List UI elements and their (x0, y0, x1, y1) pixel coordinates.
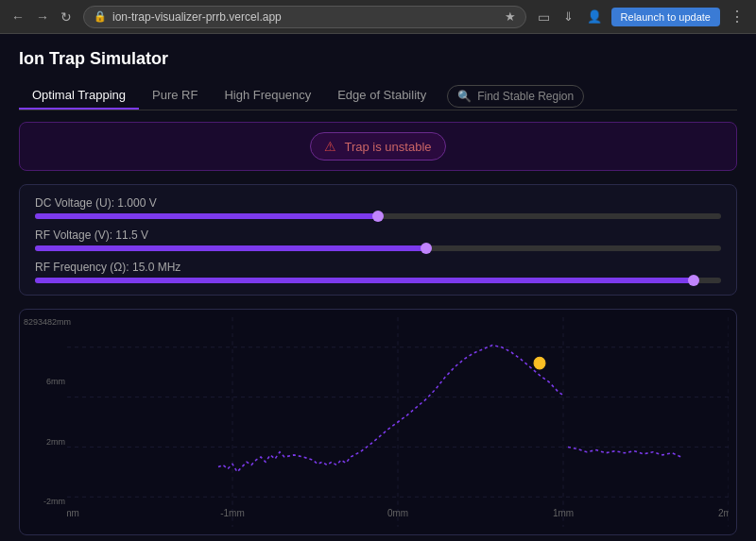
search-icon: 🔍 (457, 90, 472, 103)
dc-voltage-fill (35, 213, 378, 219)
chart-svg: -1mm 0mm 1mm 2mm -2mm (67, 317, 729, 527)
status-badge: ⚠ Trap is unstable (310, 132, 445, 161)
download-button[interactable]: ⇓ (559, 8, 577, 25)
tab-edge-of-stability[interactable]: Edge of Stability (324, 82, 439, 110)
find-stable-region-search[interactable]: 🔍 Find Stable Region (447, 85, 584, 108)
security-icon: 🔒 (94, 10, 107, 23)
svg-point-8 (534, 357, 545, 369)
relaunch-button[interactable]: Relaunch to update (611, 8, 720, 26)
back-button[interactable]: ← (8, 8, 28, 26)
sliders-panel: DC Voltage (U): 1.000 V RF Voltage (V): … (19, 184, 737, 296)
rf-frequency-track[interactable] (35, 278, 721, 283)
rf-voltage-label: RF Voltage (V): 11.5 V (35, 228, 721, 242)
tabs-container: Optimal Trapping Pure RF High Frequency … (19, 82, 737, 110)
bookmark-icon: ★ (505, 9, 516, 24)
tab-pure-rf[interactable]: Pure RF (139, 82, 211, 110)
svg-text:0mm: 0mm (387, 508, 408, 518)
browser-menu-button[interactable]: ⋮ (726, 6, 748, 27)
svg-text:2mm: 2mm (718, 508, 729, 518)
svg-text:-1mm: -1mm (220, 508, 244, 518)
app-container: Ion Trap Simulator Optimal Trapping Pure… (0, 34, 756, 541)
rf-voltage-slider-row: RF Voltage (V): 11.5 V (35, 228, 721, 251)
rf-frequency-label: RF Frequency (Ω): 15.0 MHz (35, 261, 721, 274)
rf-frequency-thumb[interactable] (688, 275, 699, 286)
browser-actions: ▭ ⇓ 👤 Relaunch to update ⋮ (534, 6, 748, 27)
profile-button[interactable]: 👤 (583, 8, 606, 25)
y-label-6mm: 6mm (24, 377, 65, 386)
tab-optimal-trapping[interactable]: Optimal Trapping (19, 82, 139, 110)
chart-container: 8293482mm 6mm 2mm -2mm (19, 309, 737, 535)
dc-voltage-label: DC Voltage (U): 1.000 V (35, 196, 721, 210)
rf-voltage-thumb[interactable] (421, 243, 432, 254)
dc-voltage-track[interactable] (35, 213, 721, 219)
y-label-top: 8293482mm (24, 317, 65, 327)
svg-text:-2mm: -2mm (67, 508, 79, 518)
url-text: ion-trap-visualizer-prrb.vercel.app (112, 10, 499, 24)
cast-button[interactable]: ▭ (534, 8, 554, 26)
svg-text:1mm: 1mm (553, 508, 574, 518)
address-bar[interactable]: 🔒 ion-trap-visualizer-prrb.vercel.app ★ (83, 6, 526, 28)
status-banner: ⚠ Trap is unstable (19, 122, 737, 171)
warning-icon: ⚠ (324, 139, 336, 154)
browser-chrome: ← → ↻ 🔒 ion-trap-visualizer-prrb.vercel.… (0, 0, 756, 34)
nav-buttons: ← → ↻ (8, 8, 76, 26)
rf-frequency-fill (35, 278, 694, 283)
app-title: Ion Trap Simulator (19, 49, 737, 69)
dc-voltage-thumb[interactable] (372, 211, 384, 222)
rf-frequency-slider-row: RF Frequency (Ω): 15.0 MHz (35, 261, 721, 283)
forward-button[interactable]: → (32, 8, 53, 26)
search-label: Find Stable Region (477, 90, 574, 103)
dc-voltage-slider-row: DC Voltage (U): 1.000 V (35, 196, 721, 219)
rf-voltage-fill (35, 245, 426, 251)
y-label-2mm: 2mm (24, 437, 65, 447)
y-label-neg2mm: -2mm (24, 497, 65, 506)
refresh-button[interactable]: ↻ (57, 8, 76, 26)
y-axis-labels: 8293482mm 6mm 2mm -2mm (24, 317, 65, 506)
status-text: Trap is unstable (344, 140, 431, 154)
rf-voltage-track[interactable] (35, 245, 721, 251)
tab-high-frequency[interactable]: High Frequency (211, 82, 324, 110)
